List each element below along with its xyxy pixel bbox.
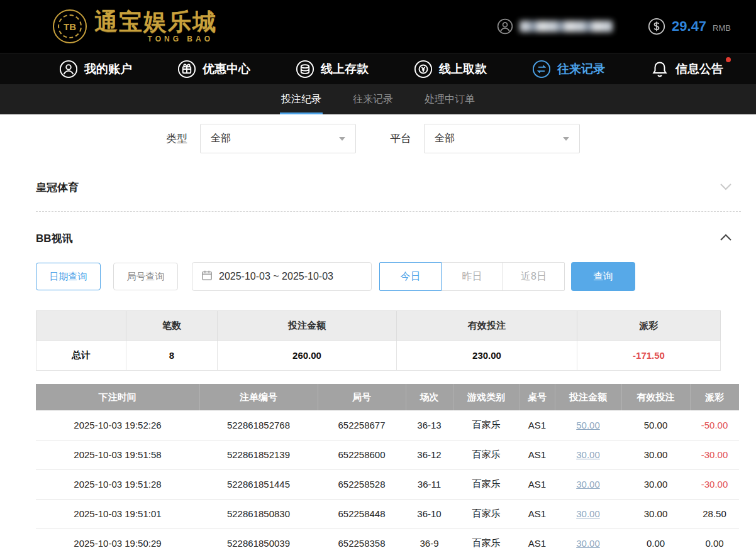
cell-valid: 0.00	[621, 528, 690, 553]
nav-label: 往来记录	[557, 61, 605, 77]
bet-table-header-row: 下注时间 注单编号 局号 场次 游戏类别 桌号 投注金额 有效投注 派彩	[36, 384, 739, 410]
nav-item-announcements[interactable]: 信息公告	[650, 60, 723, 79]
nav-label: 线上取款	[439, 61, 487, 77]
payout-cell: 0.00	[690, 528, 739, 553]
type-select-value: 全部	[211, 132, 231, 145]
round-query-button[interactable]: 局号查询	[113, 263, 178, 290]
avatar-icon	[497, 18, 513, 35]
cell-table: AS1	[520, 499, 555, 528]
header-game: 游戏类别	[453, 384, 520, 410]
bet-records-table: 下注时间 注单编号 局号 场次 游戏类别 桌号 投注金额 有效投注 派彩 202…	[36, 384, 739, 553]
tb-monogram: TB	[58, 14, 82, 38]
summary-header-count: 笔数	[126, 311, 218, 341]
cell-round: 652258448	[318, 499, 406, 528]
username-blurred	[520, 21, 613, 32]
nav-item-my-account[interactable]: 我的账户	[59, 60, 132, 79]
summary-header-blank	[36, 311, 126, 341]
payout-cell: 28.50	[690, 499, 739, 528]
cell-time: 2025-10-03 19:51:28	[36, 469, 199, 499]
cell-round: 652258677	[318, 410, 406, 440]
nav-item-withdraw[interactable]: 线上取款	[414, 60, 487, 79]
notification-dot	[726, 57, 731, 62]
cell-session: 36-13	[406, 410, 453, 440]
summary-total-row: 总计 8 260.00 230.00 -171.50	[36, 341, 721, 371]
header-round: 局号	[318, 384, 406, 410]
tab-transaction-records[interactable]: 往来记录	[352, 84, 394, 114]
tab-bet-records[interactable]: 投注纪录	[280, 84, 323, 114]
date-range-input[interactable]: 2025-10-03 ~ 2025-10-03	[192, 262, 372, 291]
cell-valid: 30.00	[621, 499, 690, 528]
payout-cell: -30.00	[690, 469, 739, 499]
table-row: 2025-10-03 19:51:28 522861851445 6522585…	[36, 469, 739, 499]
cell-game: 百家乐	[453, 410, 520, 440]
cell-time: 2025-10-03 19:50:29	[36, 528, 199, 553]
summary-header-payout: 派彩	[577, 311, 721, 341]
cell-round: 652258600	[318, 440, 406, 469]
cell-table: AS1	[520, 410, 555, 440]
search-button[interactable]: 查询	[571, 262, 635, 291]
poker-chip-icon: TB	[53, 9, 87, 43]
header-amount: 投注金额	[555, 384, 621, 410]
cell-valid: 30.00	[621, 469, 690, 499]
section-divider	[36, 211, 741, 212]
cell-session: 36-12	[406, 440, 453, 469]
table-row: 2025-10-03 19:52:26 522861852768 6522586…	[36, 410, 739, 440]
cell-bet-id: 522861852139	[199, 440, 318, 469]
section-bb-live[interactable]: BB视讯	[0, 224, 756, 252]
user-icon	[59, 60, 78, 79]
balance-display: 29.47 RMB	[648, 18, 731, 35]
platform-filter-label: 平台	[390, 131, 411, 146]
cell-round: 652258528	[318, 469, 406, 499]
bet-amount-link[interactable]: 30.00	[576, 479, 600, 490]
cell-round: 652258358	[318, 528, 406, 553]
yesterday-button[interactable]: 昨日	[441, 262, 503, 291]
summary-header-bet-amount: 投注金额	[218, 311, 397, 341]
cell-table: AS1	[520, 440, 555, 469]
balance-amount: 29.47	[672, 18, 706, 35]
user-account[interactable]	[497, 18, 613, 35]
platform-select[interactable]: 全部	[424, 124, 580, 153]
payout-cell: -30.00	[690, 440, 739, 469]
nav-label: 信息公告	[675, 61, 723, 77]
bet-amount-link[interactable]: 30.00	[576, 538, 600, 549]
nav-item-records[interactable]: 往来记录	[532, 60, 605, 79]
today-button[interactable]: 今日	[379, 262, 442, 291]
bet-amount-link[interactable]: 30.00	[576, 508, 600, 519]
chevron-up-icon[interactable]	[720, 233, 732, 244]
dollar-icon[interactable]	[648, 18, 665, 35]
cell-time: 2025-10-03 19:51:01	[36, 499, 199, 528]
type-filter-label: 类型	[166, 131, 187, 146]
cell-session: 36-11	[406, 469, 453, 499]
date-query-button[interactable]: 日期查询	[36, 263, 101, 290]
cell-valid: 30.00	[621, 440, 690, 469]
promo-icon	[177, 60, 196, 79]
cell-bet-id: 522861852768	[199, 410, 318, 440]
header-session: 场次	[406, 384, 453, 410]
last8days-button[interactable]: 近8日	[503, 262, 565, 291]
cell-game: 百家乐	[453, 440, 520, 469]
calendar-icon	[201, 270, 213, 283]
tab-pending-orders[interactable]: 处理中订单	[423, 84, 476, 114]
brand-logo[interactable]: TB 通宝娱乐城 TONG BAO	[53, 9, 217, 43]
brand-subtitle: TONG BAO	[94, 35, 217, 43]
cell-valid: 50.00	[621, 410, 690, 440]
cell-table: AS1	[520, 469, 555, 499]
chevron-down-icon	[339, 137, 345, 141]
header-table: 桌号	[520, 384, 555, 410]
header-payout: 派彩	[690, 384, 739, 410]
main-nav: 我的账户 优惠中心 线上存款 线上	[0, 53, 756, 84]
top-header: TB 通宝娱乐城 TONG BAO 29.47 R	[0, 0, 756, 53]
platform-select-value: 全部	[435, 132, 455, 145]
section-crown-sports[interactable]: 皇冠体育	[0, 173, 756, 201]
summary-valid-bet: 230.00	[397, 341, 577, 371]
chevron-down-icon[interactable]	[720, 182, 732, 193]
filter-row: 类型 全部 平台 全部	[0, 114, 756, 162]
nav-item-promotions[interactable]: 优惠中心	[177, 60, 250, 79]
type-select[interactable]: 全部	[200, 124, 356, 153]
nav-item-deposit[interactable]: 线上存款	[296, 60, 369, 79]
bell-icon	[650, 60, 669, 79]
deposit-icon	[296, 60, 314, 79]
bet-amount-link[interactable]: 30.00	[576, 449, 600, 460]
bet-amount-link[interactable]: 50.00	[576, 420, 600, 430]
section-title: BB视讯	[36, 231, 73, 246]
